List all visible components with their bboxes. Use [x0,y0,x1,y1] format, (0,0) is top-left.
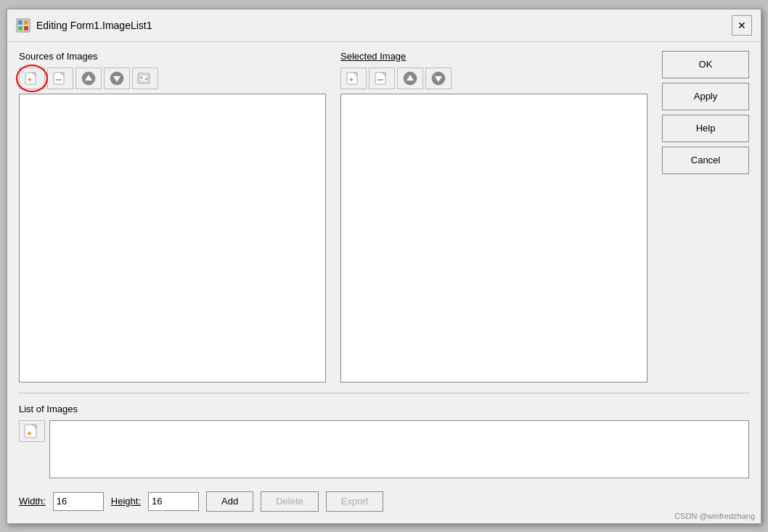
top-section: Sources of Images ✦ [19,51,749,382]
svg-rect-1 [18,20,23,25]
title-bar: Editing Form1.ImageList1 ✕ [7,9,761,42]
footer-row: Width: Height: Add Delete Export [19,486,749,515]
dialog-title-icon [16,18,30,33]
width-input[interactable] [53,492,104,511]
add-button[interactable]: Add [206,491,253,512]
selected-add-button[interactable]: ✦ [340,67,367,89]
selected-move-up-icon [401,70,419,87]
main-dialog: Editing Form1.ImageList1 ✕ Sources of Im… [7,9,761,524]
sources-remove-image-button[interactable] [47,67,73,89]
cancel-button[interactable]: Cancel [662,147,749,174]
sources-toolbar: ✦ [19,67,326,89]
add-image-icon: ✦ [23,70,41,87]
selected-panel: Selected Image ✦ [340,51,648,382]
dialog-title: Editing Form1.ImageList1 [36,20,152,31]
svg-text:✦: ✦ [26,430,33,438]
bottom-section: List of Images ✦ [19,404,749,478]
selected-add-icon: ✦ [345,70,362,87]
sources-move-down-button[interactable] [104,67,130,89]
list-images-toolbar: ✦ [19,420,45,442]
sources-add-image-button[interactable]: ✦ [19,67,45,89]
svg-rect-3 [18,26,23,30]
sources-import-button[interactable] [132,67,158,89]
selected-move-down-button[interactable] [425,67,452,89]
title-bar-left: Editing Form1.ImageList1 [16,18,152,33]
sources-image-list [19,94,326,382]
selected-toolbar: ✦ [340,67,648,89]
selected-remove-icon [373,70,391,87]
sources-add-btn-wrapper: ✦ [19,67,45,89]
section-divider [19,393,749,393]
list-images-toolbar-row: ✦ [19,420,749,478]
ok-button[interactable]: OK [662,51,749,78]
dialog-body: Sources of Images ✦ [7,42,761,523]
svg-text:✦: ✦ [27,76,33,83]
close-button[interactable]: ✕ [732,15,752,36]
selected-label: Selected Image [340,51,648,62]
width-label: Width: [19,496,46,507]
selected-move-down-icon [430,70,447,87]
watermark: CSDN @winfredzhang [674,512,755,520]
move-down-icon [108,70,126,87]
sources-move-up-button[interactable] [75,67,102,89]
svg-rect-2 [24,20,28,25]
export-button[interactable]: Export [326,491,384,512]
list-add-icon: ✦ [22,421,42,441]
selected-move-up-button[interactable] [397,67,423,89]
selected-remove-button[interactable] [369,67,395,89]
move-up-icon [80,70,97,87]
apply-button[interactable]: Apply [662,83,749,110]
svg-rect-4 [24,26,28,30]
remove-image-icon [52,70,69,87]
svg-text:✦: ✦ [348,76,354,83]
list-images-box [49,420,749,478]
help-button[interactable]: Help [662,115,749,142]
selected-image-box [340,94,648,382]
svg-point-17 [140,76,143,79]
sources-label: Sources of Images [19,51,326,62]
import-icon [136,70,154,87]
list-of-images-label: List of Images [19,404,749,414]
list-add-button[interactable]: ✦ [19,420,45,442]
sources-panel: Sources of Images ✦ [19,51,326,382]
height-label: Height: [111,496,141,507]
height-input[interactable] [148,492,199,511]
delete-button[interactable]: Delete [261,491,319,512]
action-buttons: OK Apply Help Cancel [662,51,749,382]
